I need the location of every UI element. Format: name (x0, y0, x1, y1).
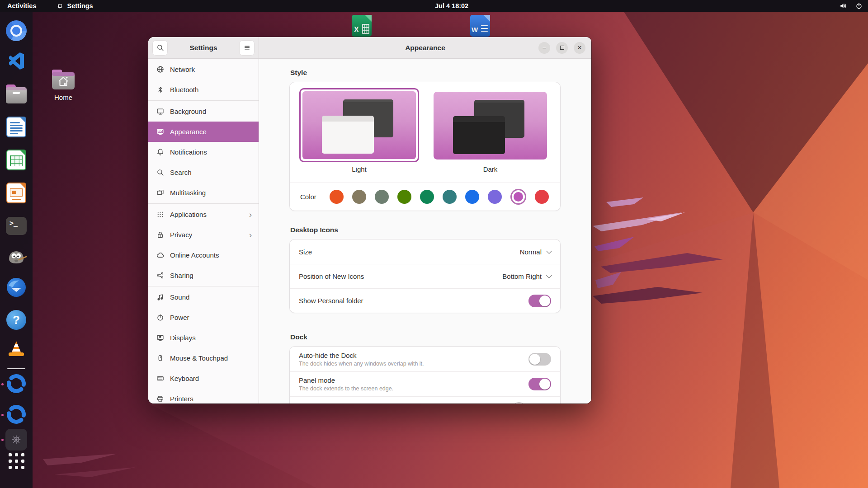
light-theme-label: Light (299, 165, 419, 173)
spreadsheet-file-desktop-icon[interactable]: X (352, 15, 372, 38)
close-button[interactable]: ✕ (574, 42, 585, 54)
color-swatch-viridian[interactable] (420, 190, 434, 204)
row-text: Size (299, 248, 312, 256)
row-text: Panel modeThe dock extends to the screen… (299, 376, 393, 392)
multitasking-icon (156, 189, 164, 197)
sidebar-item-background[interactable]: Background (148, 101, 259, 122)
volume-icon[interactable] (839, 2, 847, 10)
slider-handle[interactable] (512, 402, 526, 404)
dock-item-show-applications[interactable] (5, 450, 28, 472)
search-icon (156, 169, 164, 177)
theme-option-dark[interactable] (434, 92, 547, 160)
top-bar: Activities Settings Jul 4 18:02 (0, 0, 868, 12)
color-swatch-orange[interactable] (330, 190, 344, 204)
sidebar-item-label: Notifications (170, 148, 207, 156)
sidebar-item-bluetooth[interactable]: Bluetooth (148, 80, 259, 100)
activities-button[interactable]: Activities (7, 2, 36, 9)
main-menu-button[interactable] (239, 40, 255, 56)
music-note-icon (156, 293, 164, 301)
gear-icon (5, 429, 27, 450)
sidebar-header: Settings (148, 37, 259, 59)
dock-item-vscode[interactable] (5, 51, 28, 73)
dock-item-libreoffice-calc[interactable] (5, 149, 28, 171)
color-swatch-red[interactable] (535, 190, 549, 204)
sidebar-item-power[interactable]: Power (148, 307, 259, 328)
color-swatch-olive[interactable] (397, 190, 411, 204)
sidebar-item-label: Privacy (170, 231, 192, 239)
sidebar-item-appearance[interactable]: Appearance (148, 122, 259, 142)
color-swatch-prussian-green[interactable] (443, 190, 457, 204)
clock[interactable]: Jul 4 18:02 (435, 0, 468, 12)
color-swatch-bark[interactable] (352, 190, 366, 204)
thunderbird-icon (6, 277, 27, 300)
dock-item-software-update-a[interactable] (5, 373, 28, 395)
maximize-icon (560, 46, 564, 50)
sidebar-item-printers[interactable]: Printers (148, 389, 259, 404)
toggle-knob (529, 354, 540, 365)
help-icon: ? (6, 310, 26, 330)
dock-item-settings-app[interactable] (5, 428, 28, 451)
spreadsheet-file-icon: X (352, 15, 372, 37)
sidebar-item-label: Applications (170, 211, 207, 218)
app-menu-button[interactable]: Settings (56, 2, 93, 10)
sidebar-item-privacy[interactable]: Privacy› (148, 225, 259, 245)
color-swatch-purple[interactable] (488, 190, 502, 204)
dock-item-software-update-b[interactable] (5, 404, 28, 426)
sidebar-item-label: Bluetooth (170, 86, 198, 94)
appearance-content: Style Light (259, 59, 591, 404)
maximize-button[interactable] (556, 42, 568, 54)
color-swatch-blue[interactable] (465, 190, 479, 204)
vlc-icon (6, 339, 27, 361)
sidebar-item-label: Online Accounts (170, 251, 219, 259)
sidebar-item-label: Mouse & Touchpad (170, 354, 228, 362)
sidebar-item-mouse-touchpad[interactable]: Mouse & Touchpad (148, 348, 259, 368)
dropdown-position-of-new-icons[interactable]: Bottom Right (502, 272, 551, 280)
home-folder-desktop-icon[interactable]: Home (49, 69, 78, 101)
row-label: Auto-hide the Dock (299, 352, 424, 359)
sidebar-item-keyboard[interactable]: Keyboard (148, 368, 259, 389)
sidebar-item-label: Printers (170, 395, 193, 403)
sidebar-item-search[interactable]: Search (148, 162, 259, 183)
row-label: Panel mode (299, 376, 393, 384)
sidebar-item-label: Search (170, 169, 192, 176)
dock-item-gimp[interactable] (5, 245, 28, 268)
toggle-knob (539, 379, 550, 389)
sidebar-item-online-accounts[interactable]: Online Accounts (148, 245, 259, 265)
app-grid-icon (9, 453, 24, 469)
toggle-show-personal-folder[interactable] (528, 295, 551, 307)
sidebar-item-notifications[interactable]: Notifications (148, 142, 259, 162)
toggle-panel-mode[interactable] (528, 378, 551, 390)
power-icon (156, 314, 164, 322)
power-icon[interactable] (855, 2, 863, 10)
row-text: Position of New Icons (299, 272, 364, 280)
color-swatch-magenta[interactable] (512, 190, 525, 203)
sidebar-item-multitasking[interactable]: Multitasking (148, 183, 259, 203)
sidebar-item-applications[interactable]: Applications› (148, 204, 259, 225)
dark-theme-label: Dark (434, 165, 547, 173)
row-text: Auto-hide the DockThe dock hides when an… (299, 352, 424, 367)
word-file-desktop-icon[interactable]: W (470, 15, 490, 38)
dock-item-chromium[interactable] (5, 19, 28, 42)
sidebar-item-sound[interactable]: Sound (148, 287, 259, 307)
style-card: Light Dark Color (289, 82, 561, 211)
dock-item-help[interactable]: ? (5, 309, 28, 331)
dock-item-files[interactable] (5, 83, 28, 105)
dropdown-size[interactable]: Normal (520, 248, 551, 256)
dock-item-vlc[interactable] (5, 339, 28, 361)
dock-item-libreoffice-impress[interactable] (5, 182, 28, 204)
running-indicator-dot (1, 414, 4, 416)
dock-item-terminal[interactable]: >_ (5, 215, 28, 237)
sidebar-item-displays[interactable]: Displays (148, 328, 259, 348)
color-swatch-sage[interactable] (375, 190, 389, 204)
dropdown-value: Bottom Right (502, 272, 542, 280)
sidebar-item-network[interactable]: Network (148, 59, 259, 80)
theme-option-light[interactable] (299, 88, 419, 162)
dock-item-libreoffice-writer[interactable] (5, 116, 28, 138)
sidebar: Settings NetworkBluetoothBackgroundAppea… (148, 37, 259, 404)
minimize-button[interactable]: – (538, 42, 550, 54)
sidebar-item-sharing[interactable]: Sharing (148, 265, 259, 286)
search-button[interactable] (152, 40, 168, 56)
dock-item-thunderbird[interactable] (5, 277, 28, 300)
toggle-auto-hide-the-dock[interactable] (528, 353, 551, 366)
row-size: SizeNormal (290, 239, 560, 264)
